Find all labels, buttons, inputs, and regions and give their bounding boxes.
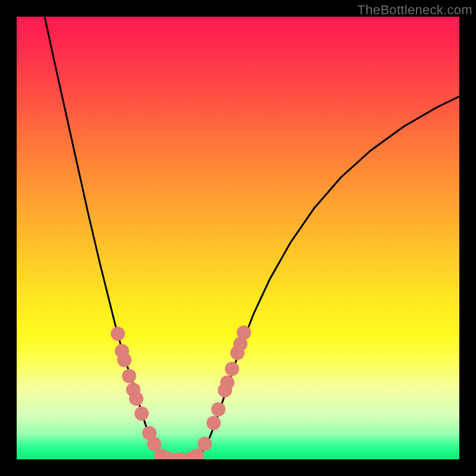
data-point-marker: [237, 325, 251, 340]
data-point-marker: [111, 327, 125, 341]
data-point-marker: [134, 406, 149, 421]
data-point-marker: [206, 416, 221, 430]
data-point-marker: [122, 369, 136, 383]
watermark-text: TheBottleneck.com: [358, 2, 472, 18]
data-point-marker: [211, 402, 226, 416]
data-point-marker: [117, 353, 131, 367]
data-point-marker: [225, 362, 239, 376]
data-point-marker: [220, 375, 234, 390]
data-point-marker: [198, 437, 212, 451]
bottleneck-curve: [45, 17, 459, 459]
data-point-marker: [129, 392, 143, 406]
data-point-marker: [147, 437, 161, 451]
bottleneck-curve-chart: [17, 17, 459, 459]
